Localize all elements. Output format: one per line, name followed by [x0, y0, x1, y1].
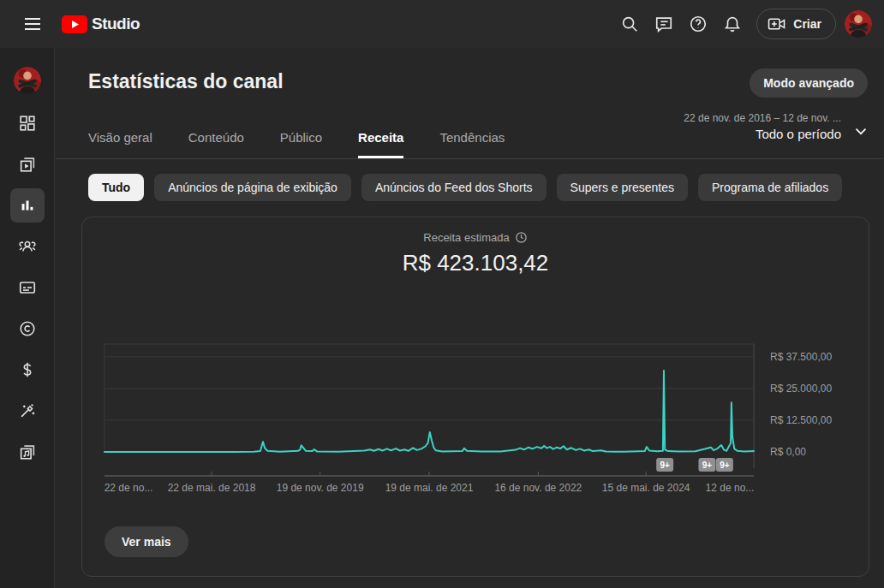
analytics-icon: [10, 188, 45, 223]
svg-text:19 de nov. de 2019: 19 de nov. de 2019: [277, 482, 364, 494]
date-range-text: 22 de nov. de 2016 – 12 de nov. ...: [684, 112, 841, 124]
content-icon: [10, 147, 45, 181]
sidebar-item-customization[interactable]: [0, 390, 55, 431]
youtube-studio-logo[interactable]: Studio: [62, 15, 140, 33]
svg-text:9+: 9+: [660, 460, 670, 470]
metric-label: Receita estimada: [423, 231, 509, 244]
svg-text:22 de mai. de 2018: 22 de mai. de 2018: [168, 482, 256, 494]
sidebar-item-monetization[interactable]: [0, 349, 55, 390]
customization-wand-icon: [10, 394, 45, 428]
revenue-chart[interactable]: R$ 37.500,00R$ 25.000,00R$ 12.500,00R$ 0…: [82, 337, 870, 508]
create-button-label: Criar: [793, 17, 821, 31]
dashboard-icon: [10, 106, 45, 140]
create-button[interactable]: Criar: [756, 9, 836, 39]
svg-text:R$ 25.000,00: R$ 25.000,00: [770, 383, 832, 395]
tab-publico[interactable]: Público: [280, 130, 322, 158]
feedback-icon[interactable]: [647, 7, 681, 41]
svg-text:12 de no...: 12 de no...: [706, 482, 755, 494]
chip-programa-afiliados[interactable]: Programa de afiliados: [698, 174, 842, 201]
monetization-icon: [10, 353, 45, 387]
tab-conteudo[interactable]: Conteúdo: [188, 130, 244, 158]
subtitles-icon: [10, 270, 45, 305]
sidebar-item-community[interactable]: [0, 226, 55, 267]
sidebar-item-audio-library[interactable]: [0, 431, 55, 472]
create-video-icon: [768, 16, 786, 32]
analytics-header: Estatísticas do canal Modo avançado Visã…: [56, 48, 884, 159]
copyright-icon: [10, 312, 45, 346]
chevron-down-icon[interactable]: [851, 122, 870, 140]
metric-value: R$ 423.103,42: [82, 250, 869, 276]
svg-text:9+: 9+: [720, 460, 730, 470]
sidebar-item-analytics[interactable]: [0, 185, 55, 226]
svg-text:16 de nov. de 2022: 16 de nov. de 2022: [494, 482, 582, 494]
sidebar-item-dashboard[interactable]: [0, 103, 55, 144]
chip-supers-presentes[interactable]: Supers e presentes: [557, 174, 688, 201]
account-avatar[interactable]: [845, 10, 872, 38]
overflow-badge[interactable]: 9+: [716, 458, 733, 472]
youtube-logo-icon: [62, 15, 87, 33]
svg-text:19 de mai. de 2021: 19 de mai. de 2021: [385, 482, 474, 494]
tab-visao-geral[interactable]: Visão geral: [88, 130, 152, 158]
sidebar: [0, 48, 55, 588]
revenue-chart-card: Receita estimada R$ 423.103,42 R$ 37.500…: [81, 217, 869, 577]
help-icon[interactable]: [681, 7, 715, 41]
notifications-bell-icon[interactable]: [715, 7, 750, 41]
date-range-selector[interactable]: 22 de nov. de 2016 – 12 de nov. ... Todo…: [684, 112, 841, 141]
analytics-tabs: Visão geralConteúdoPúblicoReceitaTendênc…: [88, 130, 505, 158]
clock-icon: [515, 231, 528, 244]
hamburger-menu-icon[interactable]: [15, 7, 50, 41]
date-preset-text: Todo o período: [684, 127, 841, 141]
page-title: Estatísticas do canal: [88, 70, 284, 93]
metric-header: Receita estimada: [82, 231, 869, 244]
topbar: Studio Criar: [0, 0, 884, 48]
advanced-mode-button[interactable]: Modo avançado: [750, 68, 868, 98]
community-icon: [10, 229, 45, 264]
svg-text:R$ 0,00: R$ 0,00: [770, 446, 806, 458]
tab-receita[interactable]: Receita: [358, 130, 403, 158]
logo-text: Studio: [92, 15, 140, 33]
svg-text:9+: 9+: [702, 460, 713, 470]
overflow-badge[interactable]: 9+: [698, 458, 715, 472]
sidebar-item-content[interactable]: [0, 144, 55, 185]
overflow-badge[interactable]: 9+: [656, 458, 673, 472]
svg-text:R$ 37.500,00: R$ 37.500,00: [770, 351, 832, 363]
search-icon[interactable]: [612, 7, 647, 41]
chip-anuncios-feed-shorts[interactable]: Anúncios do Feed dos Shorts: [361, 174, 547, 201]
svg-text:15 de mai. de 2024: 15 de mai. de 2024: [602, 482, 690, 494]
chip-anuncios-pagina-exibicao[interactable]: Anúncios de página de exibição: [154, 174, 351, 201]
audio-library-icon: [10, 435, 45, 469]
svg-text:R$ 12.500,00: R$ 12.500,00: [770, 414, 832, 426]
chip-tudo[interactable]: Tudo: [88, 174, 144, 201]
revenue-filter-chips: TudoAnúncios de página de exibiçãoAnúnci…: [88, 174, 884, 201]
channel-avatar[interactable]: [14, 67, 41, 94]
svg-text:22 de no...: 22 de no...: [105, 482, 153, 494]
sidebar-item-subtitles[interactable]: [0, 267, 55, 308]
see-more-button[interactable]: Ver mais: [105, 526, 188, 557]
sidebar-item-copyright[interactable]: [0, 308, 55, 349]
tab-tendencias[interactable]: Tendências: [439, 130, 505, 158]
main-content: Estatísticas do canal Modo avançado Visã…: [56, 48, 884, 588]
